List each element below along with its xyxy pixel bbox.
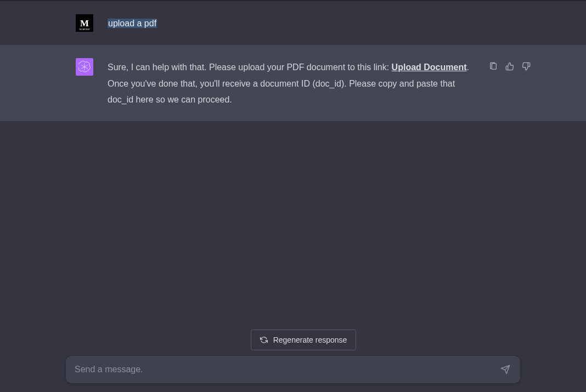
refresh-icon xyxy=(260,336,268,344)
regenerate-button[interactable]: Regenerate response xyxy=(251,329,357,350)
user-message-text: upload a pdf xyxy=(108,19,157,28)
clipboard-icon xyxy=(489,62,498,71)
assistant-message-content: Sure, I can help with that. Please uploa… xyxy=(108,58,471,108)
send-icon xyxy=(500,365,510,374)
bottom-area: Regenerate response xyxy=(0,329,586,383)
user-avatar-letter: M xyxy=(80,19,89,28)
user-avatar: M TECHPOINT xyxy=(76,14,93,32)
assistant-message-row: Sure, I can help with that. Please uploa… xyxy=(0,45,586,121)
copy-button[interactable] xyxy=(488,61,498,71)
user-avatar-sub: TECHPOINT xyxy=(76,29,93,31)
message-input[interactable] xyxy=(75,365,499,374)
assistant-text-part1: Sure, I can help with that. Please uploa… xyxy=(108,63,392,72)
user-message-row: M TECHPOINT upload a pdf xyxy=(0,1,586,45)
thumbs-down-icon xyxy=(522,62,531,71)
message-actions xyxy=(488,58,531,71)
regenerate-label: Regenerate response xyxy=(273,336,347,344)
thumbs-up-button[interactable] xyxy=(505,61,515,71)
thumbs-down-button[interactable] xyxy=(521,61,531,71)
assistant-avatar xyxy=(76,58,93,76)
upload-document-link[interactable]: Upload Document xyxy=(392,63,467,72)
thumbs-up-icon xyxy=(505,62,514,71)
openai-icon xyxy=(78,61,91,73)
svg-rect-0 xyxy=(492,64,496,70)
send-button[interactable] xyxy=(499,363,511,376)
input-container xyxy=(66,356,520,383)
user-message-content: upload a pdf xyxy=(108,14,531,32)
